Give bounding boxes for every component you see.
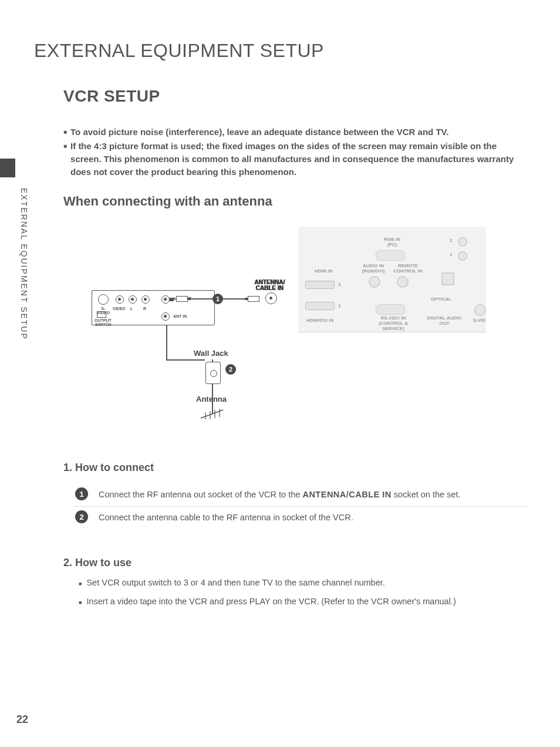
antenna-symbol-icon xyxy=(200,406,227,420)
optical-label: OPTICAL xyxy=(431,297,451,302)
optical-port-icon xyxy=(441,272,454,285)
wall-jack-label: Wall Jack xyxy=(194,349,228,358)
hdmi-slot-2-icon xyxy=(305,281,335,289)
callout-2: 2 xyxy=(225,364,236,375)
step-text-2: Connect the antenna cable to the RF ante… xyxy=(99,510,353,523)
rs232-sub-label: (CONTROL & SERVICE) xyxy=(370,321,417,332)
component-2-port-icon xyxy=(458,237,467,247)
remote-control-port-icon xyxy=(397,276,409,288)
wire xyxy=(166,325,167,361)
how-to-use-title: 2. How to use xyxy=(63,557,131,569)
audio-r-label: R xyxy=(143,307,146,311)
video-label: VIDEO xyxy=(113,307,126,311)
hdmi-in-label: HDMI IN xyxy=(315,269,333,274)
bullet-icon: ■ xyxy=(79,597,82,608)
connection-diagram: S-VIDEO VIDEO L R ANT OUT ANT IN OUTPUT … xyxy=(63,221,486,444)
wall-jack-icon xyxy=(205,362,221,384)
component-1-label: 1 xyxy=(450,253,452,258)
audio-in-sub-label: (RGB/DVI) xyxy=(360,269,386,274)
audio-r-port-icon xyxy=(141,295,150,304)
hdmi-slot-1-icon xyxy=(305,302,335,310)
sidebar-tab xyxy=(0,159,15,177)
page-number: 22 xyxy=(16,714,28,726)
audio-in-port-icon xyxy=(369,276,380,288)
digital-audio-sub-label: OUT xyxy=(424,321,465,327)
hdmi-dvi-in-label: HDMI/DVI IN xyxy=(306,318,333,324)
cable-plug-icon xyxy=(248,296,259,302)
bullet-icon: ■ xyxy=(63,126,67,139)
intro-bullet-2: If the 4:3 picture format is used; the f… xyxy=(70,140,521,178)
antenna-label: Antenna xyxy=(196,395,227,403)
step-number-1: 1 xyxy=(75,487,88,500)
sidebar-vertical-label: EXTERNAL EQUIPMENT SETUP xyxy=(19,188,29,340)
output-switch-label-2: SWITCH xyxy=(95,322,112,327)
ant-in-port-icon xyxy=(161,312,170,321)
antenna-cable-in-label-2: CABLE IN xyxy=(255,285,285,291)
step-text-1: Connect the RF antenna out socket of the… xyxy=(99,487,460,500)
svideo-label: S-VIDEO xyxy=(96,307,111,315)
step-number-2: 2 xyxy=(75,510,88,523)
svideo-tv-port-icon xyxy=(474,304,486,316)
intro-bullet-1: To avoid picture noise (interference), l… xyxy=(70,126,448,139)
connect-step: 1 Connect the RF antenna out socket of t… xyxy=(75,484,527,507)
video-port-icon xyxy=(116,295,124,304)
connect-steps: 1 Connect the RF antenna out socket of t… xyxy=(75,484,527,530)
connect-step: 2 Connect the antenna cable to the RF an… xyxy=(75,507,527,529)
control-in-label: CONTROL IN xyxy=(393,269,423,274)
rgb-pc-port-icon xyxy=(376,250,405,261)
ant-out-port-icon xyxy=(161,295,170,304)
audio-l-label: L xyxy=(130,307,133,311)
svideo-port-icon xyxy=(98,294,109,305)
bullet-icon: ■ xyxy=(63,140,67,178)
svid-label: S-VID xyxy=(473,318,485,324)
hdmi-2-label: 2 xyxy=(338,282,340,288)
coax-connector-icon xyxy=(265,292,277,304)
tv-back-panel: HDMI IN 2 1 HDMI/DVI IN RGB IN (PC) AUDI… xyxy=(298,227,486,332)
bullet-icon: ■ xyxy=(79,578,82,590)
subsection-title: When connecting with an antenna xyxy=(63,194,272,209)
vcr-back-panel: S-VIDEO VIDEO L R ANT OUT ANT IN OUTPUT … xyxy=(92,290,215,325)
page-title: EXTERNAL EQUIPMENT SETUP xyxy=(34,40,324,62)
cable-plug-icon xyxy=(176,296,188,302)
rgb-pc-label: (PC) xyxy=(380,243,404,248)
audio-l-port-icon xyxy=(129,295,137,304)
rs232-port-icon xyxy=(376,304,405,315)
component-2-label: 2 xyxy=(450,238,452,244)
intro-block: ■To avoid picture noise (interference), … xyxy=(63,126,521,179)
use-item-1: Set VCR output switch to 3 or 4 and then… xyxy=(86,578,384,590)
wire xyxy=(166,359,205,361)
callout-1: 1 xyxy=(212,294,223,304)
ant-in-label: ANT IN xyxy=(173,314,187,318)
use-list: ■Set VCR output switch to 3 or 4 and the… xyxy=(79,578,525,615)
section-title: VCR SETUP xyxy=(63,87,160,106)
hdmi-1-label: 1 xyxy=(338,304,340,309)
use-item-2: Insert a video tape into the VCR and pre… xyxy=(86,597,456,608)
component-1-port-icon xyxy=(458,251,467,261)
how-to-connect-title: 1. How to connect xyxy=(63,462,154,474)
